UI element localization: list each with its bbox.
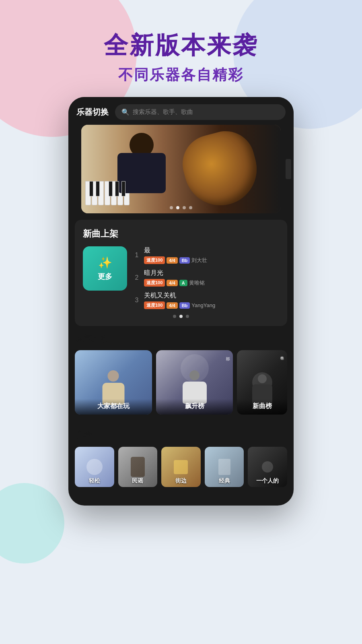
piano-key-black [121, 181, 125, 196]
search-bar[interactable]: 🔍 搜索乐器、歌手、歌曲 [115, 104, 286, 120]
rec-icon-2 [131, 457, 145, 477]
song-tags-1: 速度100 4/4 Bb 刘大壮 [144, 256, 279, 264]
card-label-2: 飙升榜 [160, 402, 229, 411]
recommend-cards: 轻松 民谣 街边 [75, 447, 287, 487]
tag-time-3: 4/4 [167, 302, 177, 309]
new-songs-content: ✨ 更多 1 最 速度100 4/4 Bb [83, 246, 279, 309]
rec-label-5: 一个人的 [248, 477, 287, 485]
head-1 [108, 370, 119, 382]
app-header: 乐器切换 🔍 搜索乐器、歌手、歌曲 [68, 97, 294, 125]
song-rank-3: 3 [134, 297, 140, 304]
search-icon: 🔍 [121, 108, 130, 116]
song-name-1: 最 [144, 246, 279, 255]
song-artist-2: 黄唯铭 [189, 279, 205, 287]
rec-icon-5 [262, 461, 273, 473]
banner-image[interactable] [81, 125, 281, 213]
song-info-1: 最 速度100 4/4 Bb 刘大壮 [144, 246, 279, 264]
piano-key-black [115, 181, 119, 196]
song-info-2: 暗月光 速度100 4/4 A 黄唯铭 [144, 269, 279, 287]
piano-key-black [89, 181, 93, 196]
popular-card-2[interactable]: 陈杉 飙升榜 [156, 350, 233, 415]
person-guitar [101, 129, 182, 207]
song-artist-3: YangYang [191, 302, 215, 308]
card-overlay-2: 飙升榜 [156, 399, 233, 415]
song-tags-2: 速度100 4/4 A 黄唯铭 [144, 279, 279, 287]
head-2 [189, 370, 200, 380]
song-rank-1: 1 [134, 252, 140, 259]
section-dot-1[interactable] [173, 315, 176, 318]
person-figure-1 [102, 370, 124, 402]
songs-list: 1 最 速度100 4/4 Bb 刘大壮 [134, 246, 279, 309]
new-songs-section: 新曲上架 ✨ 更多 1 最 速度100 [75, 220, 287, 326]
rec-icon-4 [218, 459, 230, 475]
popular-cards: 大家都在玩 陈杉 飙升榜 [75, 350, 287, 415]
header-section: 全新版本来袭 不同乐器各自精彩 [104, 0, 258, 97]
person-figure-3 [252, 374, 272, 402]
song-rank-2: 2 [134, 274, 140, 281]
banner-dot-1[interactable] [170, 206, 173, 209]
rec-card-4[interactable]: 经典 [205, 447, 244, 487]
section-dot-3[interactable] [186, 315, 189, 318]
song-name-2: 暗月光 [144, 269, 279, 277]
rec-card-3[interactable]: 街边 [161, 447, 201, 487]
rec-card-2[interactable]: 民谣 [118, 447, 158, 487]
more-label: 更多 [98, 272, 112, 281]
head-3 [258, 374, 267, 383]
tag-speed-2: 速度100 [144, 279, 165, 287]
card-overlay-3: 新曲榜 [237, 399, 287, 415]
more-button[interactable]: ✨ 更多 [83, 246, 127, 291]
page-content: 全新版本来袭 不同乐器各自精彩 乐器切换 🔍 搜索乐器、歌手、歌曲 [0, 0, 362, 644]
wand-icon: ✨ [98, 256, 112, 269]
header-subtitle: 不同乐器各自精彩 [104, 65, 258, 85]
recommend-title: 推荐 [75, 429, 287, 441]
bottom-section-partial: It [68, 487, 294, 506]
guitar-decoration [176, 125, 265, 213]
popular-card-1[interactable]: 大家都在玩 [75, 350, 152, 415]
tag-key-2: A [179, 280, 187, 286]
section-dot-2[interactable] [179, 315, 183, 318]
tag-time-1: 4/4 [167, 257, 177, 264]
recommend-section: 推荐 轻松 民谣 [68, 429, 294, 487]
rec-icon-1 [86, 459, 103, 475]
person-figure-2 [183, 370, 207, 402]
rec-label-1: 轻松 [75, 477, 114, 485]
tag-speed-1: 速度100 [144, 256, 165, 264]
rec-label-4: 经典 [205, 477, 244, 485]
banner-dot-2[interactable] [176, 206, 179, 209]
scroll-handle [286, 159, 291, 179]
card-overlay-1: 大家都在玩 [75, 399, 152, 415]
piano-key-black [109, 181, 113, 196]
piano-key-black [96, 181, 100, 196]
tag-time-2: 4/4 [167, 280, 177, 286]
banner-dot-4[interactable] [189, 206, 192, 209]
rec-icon-3 [174, 460, 188, 474]
rec-label-3: 街边 [161, 477, 201, 485]
popular-title: 人气排行 [75, 332, 287, 345]
popular-card-3[interactable]: 约在冬季 新曲榜 [237, 350, 287, 415]
rec-card-1[interactable]: 轻松 [75, 447, 114, 487]
rec-card-5[interactable]: 一个人的 [248, 447, 287, 487]
instrument-switch-label[interactable]: 乐器切换 [76, 107, 109, 118]
search-placeholder-text: 搜索乐器、歌手、歌曲 [133, 108, 193, 116]
bottom-text: It [75, 495, 80, 505]
popular-section: 人气排行 大家都在玩 [68, 332, 294, 421]
tag-key-3: Bb [179, 302, 190, 309]
tag-key-1: Bb [179, 257, 190, 264]
tag-speed-3: 速度100 [144, 301, 165, 309]
song-tags-3: 速度100 4/4 Bb YangYang [144, 301, 279, 309]
song-name-3: 关机又关机 [144, 291, 279, 300]
card-label-1: 大家都在玩 [79, 402, 148, 411]
song-item-2[interactable]: 2 暗月光 速度100 4/4 A 黄唯铭 [134, 269, 279, 287]
banner-background [81, 125, 281, 213]
card-label-3: 新曲榜 [241, 402, 283, 411]
header-title: 全新版本来袭 [104, 32, 258, 59]
new-songs-dots [83, 315, 279, 318]
rec-label-2: 民谣 [118, 477, 158, 485]
new-songs-title: 新曲上架 [83, 228, 279, 240]
phone-mockup: 乐器切换 🔍 搜索乐器、歌手、歌曲 [68, 97, 294, 506]
song-info-3: 关机又关机 速度100 4/4 Bb YangYang [144, 291, 279, 309]
song-item-3[interactable]: 3 关机又关机 速度100 4/4 Bb YangYang [134, 291, 279, 309]
song-item-1[interactable]: 1 最 速度100 4/4 Bb 刘大壮 [134, 246, 279, 264]
banner-dots [170, 206, 192, 209]
banner-dot-3[interactable] [183, 206, 186, 209]
